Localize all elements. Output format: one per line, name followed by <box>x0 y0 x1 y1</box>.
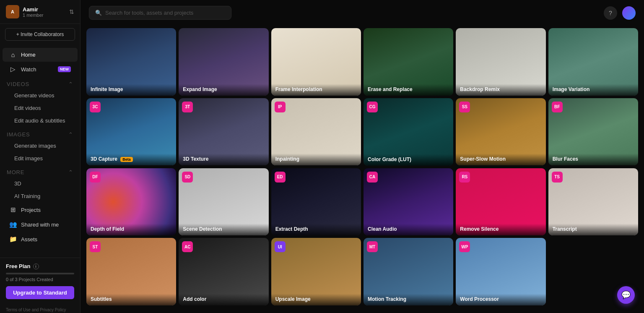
card-overlay: Transcript <box>548 224 638 235</box>
card-overlay: 3D Texture <box>179 154 268 165</box>
main-content: 🔍 Search for tools, assets and projects … <box>80 0 644 313</box>
edit-videos-label: Edit videos <box>14 105 41 111</box>
sidebar-item-generate-videos[interactable]: Generate videos <box>3 89 78 102</box>
sidebar-item-shared[interactable]: 👥 Shared with me <box>3 217 78 232</box>
card-title: Expand Image <box>183 86 264 92</box>
sidebar-item-edit-images[interactable]: Edit images <box>3 152 78 164</box>
card-title: Color Grade (LUT) <box>368 156 449 162</box>
card-extract-depth[interactable]: ED Extract Depth <box>271 168 361 236</box>
sidebar-item-home-label: Home <box>21 52 36 58</box>
user-profile[interactable]: A Aamir 1 member ⇅ <box>0 0 80 24</box>
help-icon[interactable]: ? <box>604 6 617 20</box>
top-bar-right: ? <box>604 6 636 20</box>
card-blur-faces[interactable]: BF Blur Faces <box>548 98 638 166</box>
card-badge: BF <box>552 102 563 112</box>
card-overlay: Clean Audio <box>364 224 453 235</box>
card-badge: TS <box>552 172 563 183</box>
assets-icon: 📁 <box>9 235 17 243</box>
invite-collaborators-button[interactable]: + Invite Collaborators <box>5 28 75 41</box>
card-overlay: Frame Interpolation <box>271 84 361 96</box>
card-erase-replace[interactable]: Erase and Replace <box>364 28 453 96</box>
card-depth-of-field[interactable]: DF Depth of Field <box>86 168 176 236</box>
card-badge: WP <box>459 241 470 252</box>
sidebar-item-ai-training[interactable]: AI Training <box>3 190 78 202</box>
card-title: 3D Texture <box>183 156 264 162</box>
card-overlay: Depth of Field <box>86 224 176 235</box>
shared-icon: 👥 <box>9 221 17 228</box>
card-overlay: Infinite Image <box>86 84 176 96</box>
edit-images-label: Edit images <box>14 155 43 162</box>
card-badge: IP <box>275 102 286 112</box>
card-add-color[interactable]: AC Add color <box>179 238 268 305</box>
card-frame-interpolation[interactable]: Frame Interpolation <box>271 28 361 96</box>
card-upscale-image[interactable]: UI Upscale Image <box>271 238 361 305</box>
free-plan-row: Free Plan i <box>6 263 74 269</box>
sidebar-item-edit-audio[interactable]: Edit audio & subtitles <box>3 115 78 127</box>
sidebar-item-edit-videos[interactable]: Edit videos <box>3 102 78 114</box>
privacy-link[interactable]: Privacy Policy <box>40 308 66 312</box>
search-icon: 🔍 <box>95 10 102 16</box>
card-3d-capture[interactable]: 3C 3D Capture Beta <box>86 98 176 166</box>
sidebar-item-projects[interactable]: ⊞ Projects <box>3 203 78 217</box>
user-avatar-top[interactable] <box>622 6 636 20</box>
card-title: Subtitles <box>91 296 172 302</box>
ai-training-label: AI Training <box>14 193 40 199</box>
sidebar-terms: Terms of Use and Privacy Policy <box>0 304 80 313</box>
card-overlay: Erase and Replace <box>364 84 453 96</box>
chat-button[interactable]: 💬 <box>617 286 635 304</box>
card-subtitles[interactable]: ST Subtitles <box>86 238 176 305</box>
upgrade-button[interactable]: Upgrade to Standard <box>6 286 74 299</box>
card-inpainting[interactable]: IP Inpainting <box>271 98 361 166</box>
card-overlay: Extract Depth <box>271 224 361 235</box>
chevron-down-icon: ⇅ <box>69 8 74 15</box>
sidebar-item-watch-label: Watch <box>21 66 36 73</box>
card-overlay: Scene Detection <box>179 224 268 235</box>
sidebar-item-generate-images[interactable]: Generate images <box>3 140 78 152</box>
card-overlay: Expand Image <box>179 84 268 96</box>
card-title: Word Processor <box>460 296 541 302</box>
card-word-processor[interactable]: WP Word Processor <box>456 238 545 305</box>
sidebar-item-watch[interactable]: ▷ Watch NEW <box>3 62 78 76</box>
card-overlay: Remove Silence <box>456 224 545 235</box>
card-scene-detection[interactable]: SD Scene Detection <box>179 168 268 236</box>
card-title: Super-Slow Motion <box>460 156 541 162</box>
card-color-grade[interactable]: CG Color Grade (LUT) <box>364 98 453 166</box>
3d-label: 3D <box>14 180 21 187</box>
card-motion-tracking[interactable]: MT Motion Tracking <box>364 238 453 305</box>
card-badge: SD <box>182 172 193 183</box>
sidebar-item-assets[interactable]: 📁 Assets <box>3 232 78 246</box>
card-3d-texture[interactable]: 3T 3D Texture <box>179 98 268 166</box>
card-backdrop-remix[interactable]: Backdrop Remix <box>456 28 545 96</box>
card-badge: DF <box>90 172 101 183</box>
card-transcript[interactable]: TS Transcript <box>548 168 638 236</box>
card-badge: CA <box>367 172 378 183</box>
card-super-slow-motion[interactable]: SS Super-Slow Motion <box>456 98 545 166</box>
card-title: 3D Capture Beta <box>91 156 172 162</box>
sidebar-item-home[interactable]: ⌂ Home <box>3 48 78 62</box>
search-box[interactable]: 🔍 Search for tools, assets and projects <box>89 6 231 20</box>
card-infinite-image[interactable]: Infinite Image <box>86 28 176 96</box>
card-title: Upscale Image <box>275 296 357 302</box>
card-expand-image[interactable]: Expand Image <box>179 28 268 96</box>
card-image-variation[interactable]: Image Variation <box>548 28 638 96</box>
info-icon[interactable]: i <box>33 263 39 269</box>
card-title: Backdrop Remix <box>460 86 541 92</box>
play-icon: ▷ <box>9 65 17 73</box>
card-title: Depth of Field <box>91 226 172 232</box>
edit-audio-label: Edit audio & subtitles <box>14 117 65 124</box>
terms-link[interactable]: Terms of Use <box>6 308 31 312</box>
top-bar: 🔍 Search for tools, assets and projects … <box>80 0 644 26</box>
user-role: 1 member <box>23 13 66 18</box>
generate-videos-label: Generate videos <box>14 92 54 99</box>
card-clean-audio[interactable]: CA Clean Audio <box>364 168 453 236</box>
new-badge: NEW <box>58 66 71 72</box>
card-overlay: Upscale Image <box>271 294 361 305</box>
card-badge: 3C <box>90 102 101 112</box>
card-badge: AC <box>182 241 193 252</box>
assets-label: Assets <box>21 236 37 243</box>
card-overlay: Super-Slow Motion <box>456 154 545 165</box>
card-remove-silence[interactable]: RS Remove Silence <box>456 168 545 236</box>
progress-bar-background <box>6 273 74 274</box>
shared-label: Shared with me <box>21 222 59 228</box>
sidebar-item-3d[interactable]: 3D <box>3 177 78 190</box>
